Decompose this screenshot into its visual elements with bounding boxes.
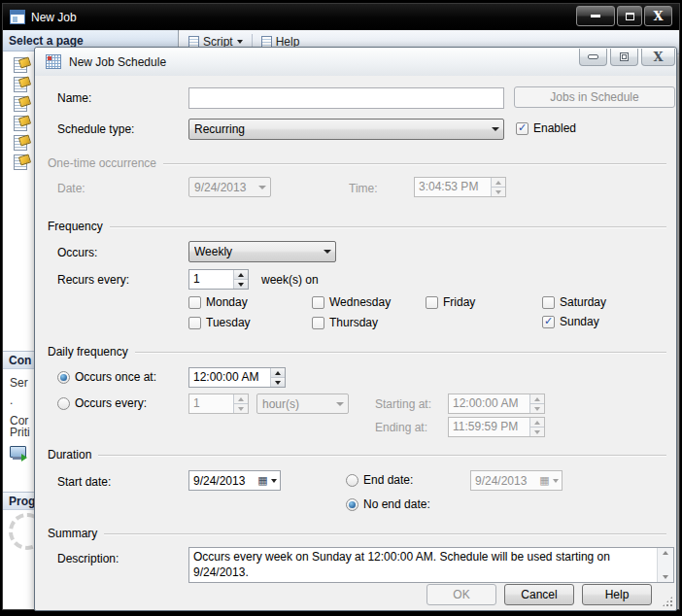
jobs-in-schedule-button[interactable]: Jobs in Schedule bbox=[514, 86, 675, 108]
description-text: Occurs every week on Sunday at 12:00:00 … bbox=[189, 548, 657, 582]
no-end-date-radio[interactable]: No end date: bbox=[346, 497, 430, 511]
no-end-date-label: No end date: bbox=[363, 497, 430, 511]
occurs-once-time-value: 12:00:00 AM bbox=[189, 368, 270, 387]
checkbox-box bbox=[188, 296, 201, 309]
new-job-titlebar[interactable]: New Job X bbox=[3, 4, 679, 30]
spinner-buttons[interactable] bbox=[233, 270, 248, 289]
radio-circle bbox=[346, 474, 358, 487]
group-divider bbox=[110, 226, 666, 228]
page-icon[interactable] bbox=[14, 94, 30, 111]
page-icon[interactable] bbox=[14, 55, 30, 72]
occurs-once-time-spinner[interactable]: 12:00:00 AM bbox=[188, 367, 286, 388]
occurs-select[interactable]: Weekly bbox=[188, 241, 336, 262]
desktop: New Job X Select a page bbox=[0, 0, 682, 616]
calendar-icon: ▦ bbox=[257, 475, 267, 486]
weeks-on-label: week(s) on bbox=[261, 273, 319, 287]
ending-at-label: Ending at: bbox=[375, 421, 427, 434]
dropdown-arrow-icon bbox=[487, 120, 503, 139]
checkbox-sunday[interactable]: ✓Sunday bbox=[542, 315, 599, 328]
checkbox-box bbox=[542, 296, 555, 309]
page-icon[interactable] bbox=[14, 133, 30, 150]
frequency-group-label: Frequency bbox=[48, 220, 103, 233]
recurs-every-spinner[interactable]: 1 bbox=[188, 269, 249, 290]
minimize-icon bbox=[591, 15, 600, 17]
name-input[interactable] bbox=[188, 87, 504, 109]
spin-up-icon bbox=[234, 270, 248, 280]
day-label: Thursday bbox=[329, 316, 378, 329]
dialog-minimize-button[interactable] bbox=[579, 49, 607, 66]
app-icon bbox=[10, 10, 25, 24]
spin-down-icon bbox=[530, 404, 544, 413]
minimize-button[interactable] bbox=[576, 6, 615, 26]
checkbox-thursday[interactable]: Thursday bbox=[312, 316, 378, 329]
resize-grip-icon[interactable] bbox=[662, 596, 673, 607]
occurs-every-unit-value: hour(s) bbox=[262, 397, 331, 411]
spin-down-icon bbox=[271, 378, 285, 387]
occurs-every-radio[interactable]: Occurs every: bbox=[57, 396, 147, 410]
end-date-radio[interactable]: End date: bbox=[346, 473, 413, 487]
close-icon: X bbox=[653, 10, 663, 22]
checkbox-friday[interactable]: Friday bbox=[426, 295, 475, 309]
occurs-once-radio[interactable]: Occurs once at: bbox=[57, 370, 156, 384]
close-button[interactable]: X bbox=[644, 6, 672, 26]
cancel-button[interactable]: Cancel bbox=[504, 584, 574, 605]
checkbox-monday[interactable]: Monday bbox=[188, 295, 248, 309]
day-label: Sunday bbox=[560, 315, 599, 328]
one-time-time-spinner: 3:04:53 PM bbox=[414, 177, 506, 197]
view-connection-properties-icon[interactable] bbox=[10, 446, 29, 462]
arrow-down-icon bbox=[324, 250, 331, 254]
dialog-title: New Job Schedule bbox=[69, 55, 166, 69]
ending-at-spinner: 11:59:59 PM bbox=[448, 417, 545, 437]
schedule-type-select[interactable]: Recurring bbox=[188, 119, 504, 140]
dropdown-arrow-icon bbox=[319, 242, 335, 261]
dialog-maximize-button[interactable] bbox=[610, 49, 638, 66]
ok-button[interactable]: OK bbox=[426, 584, 496, 605]
datepicker-button[interactable]: ▦ bbox=[255, 475, 280, 486]
page-icon[interactable] bbox=[14, 114, 30, 130]
one-time-date-select: 9/24/2013 bbox=[188, 177, 271, 197]
spin-down-icon bbox=[492, 188, 505, 196]
enabled-checkbox[interactable]: ✓ Enabled bbox=[516, 121, 576, 135]
close-icon: X bbox=[653, 51, 663, 63]
recurs-every-value: 1 bbox=[189, 270, 233, 289]
page-icon[interactable] bbox=[14, 75, 30, 91]
one-time-date-value: 9/24/2013 bbox=[194, 181, 254, 194]
starting-at-spinner: 12:00:00 AM bbox=[448, 394, 545, 414]
checkbox-box: ✓ bbox=[516, 122, 529, 135]
checkbox-box bbox=[312, 296, 324, 309]
checkbox-tuesday[interactable]: Tuesday bbox=[188, 316, 251, 329]
occurs-label: Occurs: bbox=[57, 246, 97, 259]
occurs-every-unit-select: hour(s) bbox=[256, 394, 349, 414]
group-divider bbox=[104, 533, 666, 535]
checkbox-saturday[interactable]: Saturday bbox=[542, 295, 606, 309]
spinner-buttons[interactable] bbox=[270, 368, 285, 387]
window-title: New Job bbox=[31, 11, 77, 24]
arrow-down-icon bbox=[258, 186, 266, 189]
window-controls: X bbox=[576, 6, 679, 26]
spinner-buttons bbox=[529, 394, 544, 413]
day-label: Wednesday bbox=[329, 295, 391, 309]
end-date-picker: 9/24/2013 ▦ bbox=[470, 470, 563, 491]
description-scrollbar[interactable] bbox=[657, 548, 673, 582]
datepicker-button: ▦ bbox=[536, 475, 562, 486]
green-arrow-icon bbox=[21, 454, 27, 462]
page-icon[interactable] bbox=[14, 153, 30, 169]
connection-user: Priti bbox=[10, 426, 30, 439]
dialog-close-button[interactable]: X bbox=[641, 49, 675, 66]
start-date-label: Start date: bbox=[57, 475, 111, 489]
duration-group-label: Duration bbox=[48, 448, 91, 462]
group-divider bbox=[98, 455, 666, 457]
start-date-value: 9/24/2013 bbox=[189, 472, 255, 490]
end-date-value: 9/24/2013 bbox=[471, 472, 536, 490]
checkbox-wednesday[interactable]: Wednesday bbox=[312, 295, 391, 309]
help-button[interactable]: Help bbox=[582, 584, 652, 605]
spin-up-icon bbox=[530, 394, 544, 404]
day-label: Monday bbox=[206, 295, 248, 309]
one-time-time-value: 3:04:53 PM bbox=[415, 178, 491, 196]
start-date-picker[interactable]: 9/24/2013 ▦ bbox=[188, 470, 281, 491]
scroll-up-icon bbox=[663, 551, 668, 555]
day-label: Tuesday bbox=[206, 316, 251, 329]
scroll-down-icon bbox=[663, 575, 668, 579]
maximize-button[interactable] bbox=[617, 6, 642, 26]
calendar-mark-icon bbox=[48, 56, 51, 60]
